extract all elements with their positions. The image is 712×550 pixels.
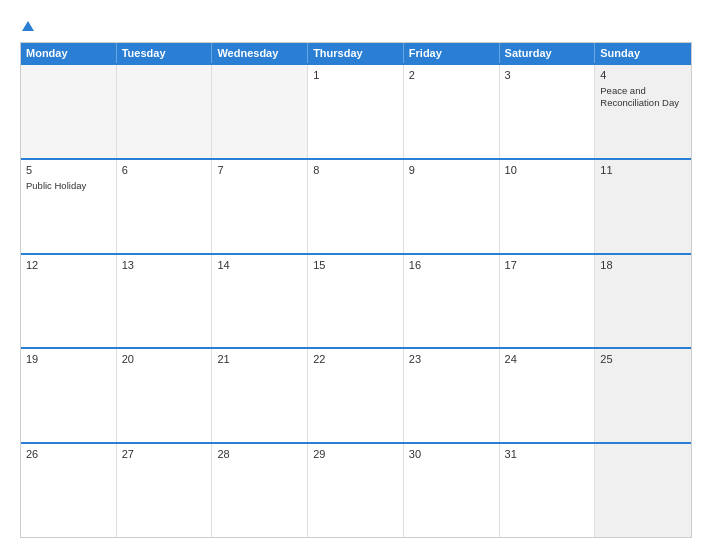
header-day-thursday: Thursday (308, 43, 404, 63)
day-number: 29 (313, 448, 398, 460)
week-row-1: 1234Peace and Reconciliation Day (21, 63, 691, 158)
header-day-sunday: Sunday (595, 43, 691, 63)
cal-cell: 13 (117, 255, 213, 348)
day-number: 10 (505, 164, 590, 176)
cal-cell: 5Public Holiday (21, 160, 117, 253)
day-number: 13 (122, 259, 207, 271)
cal-cell (212, 65, 308, 158)
week-row-5: 262728293031 (21, 442, 691, 537)
cal-cell: 26 (21, 444, 117, 537)
cal-cell: 21 (212, 349, 308, 442)
day-number: 28 (217, 448, 302, 460)
day-number: 16 (409, 259, 494, 271)
day-event: Peace and Reconciliation Day (600, 85, 686, 110)
header-day-saturday: Saturday (500, 43, 596, 63)
week-row-4: 19202122232425 (21, 347, 691, 442)
page: MondayTuesdayWednesdayThursdayFridaySatu… (0, 0, 712, 550)
day-number: 23 (409, 353, 494, 365)
cal-cell (21, 65, 117, 158)
header-day-monday: Monday (21, 43, 117, 63)
cal-cell (117, 65, 213, 158)
cal-cell: 16 (404, 255, 500, 348)
cal-cell: 12 (21, 255, 117, 348)
day-number: 24 (505, 353, 590, 365)
cal-cell (595, 444, 691, 537)
logo-triangle-icon (22, 21, 34, 31)
day-number: 11 (600, 164, 686, 176)
day-number: 7 (217, 164, 302, 176)
cal-cell: 6 (117, 160, 213, 253)
cal-cell: 20 (117, 349, 213, 442)
header-day-wednesday: Wednesday (212, 43, 308, 63)
cal-cell: 10 (500, 160, 596, 253)
day-number: 18 (600, 259, 686, 271)
day-number: 8 (313, 164, 398, 176)
cal-cell: 28 (212, 444, 308, 537)
cal-cell: 4Peace and Reconciliation Day (595, 65, 691, 158)
calendar-header: MondayTuesdayWednesdayThursdayFridaySatu… (21, 43, 691, 63)
day-number: 1 (313, 69, 398, 81)
cal-cell: 17 (500, 255, 596, 348)
header-day-friday: Friday (404, 43, 500, 63)
cal-cell: 15 (308, 255, 404, 348)
day-number: 26 (26, 448, 111, 460)
cal-cell: 19 (21, 349, 117, 442)
day-number: 3 (505, 69, 590, 81)
calendar: MondayTuesdayWednesdayThursdayFridaySatu… (20, 42, 692, 538)
cal-cell: 29 (308, 444, 404, 537)
day-number: 5 (26, 164, 111, 176)
logo-general-row (20, 18, 34, 34)
day-number: 14 (217, 259, 302, 271)
cal-cell: 14 (212, 255, 308, 348)
cal-cell: 22 (308, 349, 404, 442)
week-row-2: 5Public Holiday67891011 (21, 158, 691, 253)
header (20, 18, 692, 34)
cal-cell: 25 (595, 349, 691, 442)
day-number: 15 (313, 259, 398, 271)
cal-cell: 24 (500, 349, 596, 442)
day-event: Public Holiday (26, 180, 111, 192)
day-number: 31 (505, 448, 590, 460)
cal-cell: 7 (212, 160, 308, 253)
cal-cell: 8 (308, 160, 404, 253)
day-number: 25 (600, 353, 686, 365)
day-number: 6 (122, 164, 207, 176)
cal-cell: 2 (404, 65, 500, 158)
cal-cell: 27 (117, 444, 213, 537)
day-number: 2 (409, 69, 494, 81)
cal-cell: 1 (308, 65, 404, 158)
cal-cell: 18 (595, 255, 691, 348)
cal-cell: 23 (404, 349, 500, 442)
day-number: 22 (313, 353, 398, 365)
day-number: 17 (505, 259, 590, 271)
calendar-body: 1234Peace and Reconciliation Day5Public … (21, 63, 691, 537)
logo (20, 18, 34, 34)
day-number: 21 (217, 353, 302, 365)
day-number: 30 (409, 448, 494, 460)
day-number: 19 (26, 353, 111, 365)
cal-cell: 11 (595, 160, 691, 253)
day-number: 4 (600, 69, 686, 81)
day-number: 9 (409, 164, 494, 176)
day-number: 27 (122, 448, 207, 460)
header-day-tuesday: Tuesday (117, 43, 213, 63)
week-row-3: 12131415161718 (21, 253, 691, 348)
cal-cell: 30 (404, 444, 500, 537)
day-number: 20 (122, 353, 207, 365)
cal-cell: 31 (500, 444, 596, 537)
cal-cell: 9 (404, 160, 500, 253)
day-number: 12 (26, 259, 111, 271)
cal-cell: 3 (500, 65, 596, 158)
